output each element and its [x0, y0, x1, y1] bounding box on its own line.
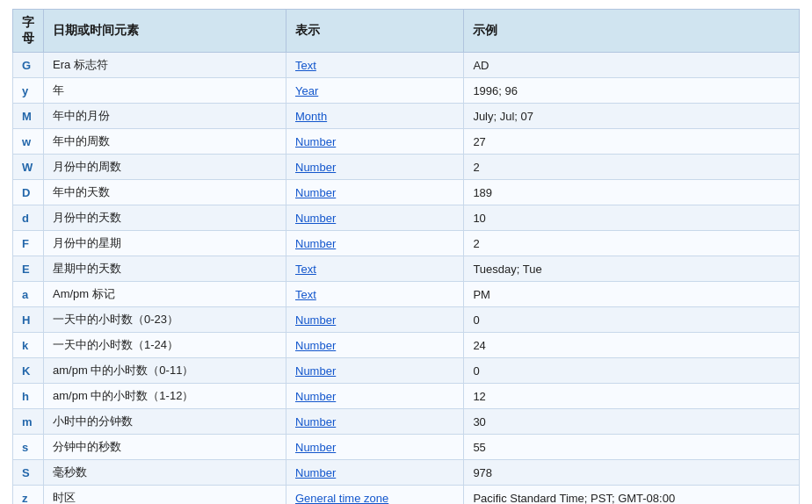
- table-container: 字母 日期或时间元素 表示 示例 GEra 标志符TextADy年Year199…: [0, 0, 812, 504]
- cell-repr[interactable]: Number: [286, 384, 464, 409]
- repr-link[interactable]: Number: [295, 466, 336, 479]
- cell-example: 55: [464, 435, 800, 460]
- cell-example: Pacific Standard Time; PST; GMT-08:00: [464, 486, 800, 505]
- cell-desc: 月份中的星期: [44, 231, 286, 256]
- repr-link[interactable]: Year: [295, 84, 318, 97]
- repr-link[interactable]: Number: [295, 237, 336, 250]
- cell-desc: 月份中的周数: [44, 155, 286, 180]
- cell-letter: w: [13, 129, 44, 155]
- cell-example: Tuesday; Tue: [464, 256, 800, 282]
- cell-repr[interactable]: Number: [286, 333, 464, 358]
- cell-desc: 月份中的天数: [44, 205, 286, 231]
- cell-letter: h: [13, 384, 44, 409]
- cell-example: 10: [464, 205, 800, 231]
- cell-repr[interactable]: Number: [286, 460, 464, 486]
- table-row: GEra 标志符TextAD: [13, 53, 800, 78]
- cell-letter: M: [13, 104, 44, 129]
- repr-link[interactable]: Month: [295, 110, 327, 123]
- repr-link[interactable]: Number: [295, 364, 336, 378]
- cell-example: 189: [464, 180, 800, 205]
- cell-example: 27: [464, 129, 800, 155]
- cell-desc: Era 标志符: [44, 53, 286, 78]
- table-row: D年中的天数Number189: [13, 180, 800, 205]
- cell-example: 0: [464, 307, 800, 333]
- repr-link[interactable]: Text: [295, 288, 316, 301]
- cell-desc: Am/pm 标记: [44, 282, 286, 307]
- table-row: E星期中的天数TextTuesday; Tue: [13, 256, 800, 282]
- cell-repr[interactable]: Number: [286, 409, 464, 435]
- table-row: d月份中的天数Number10: [13, 205, 800, 231]
- col-header-repr: 表示: [286, 10, 464, 53]
- cell-example: 2: [464, 155, 800, 180]
- table-row: H一天中的小时数（0-23）Number0: [13, 307, 800, 333]
- cell-example: 0: [464, 358, 800, 384]
- cell-desc: 一天中的小时数（1-24）: [44, 333, 286, 358]
- table-row: m小时中的分钟数Number30: [13, 409, 800, 435]
- table-header-row: 字母 日期或时间元素 表示 示例: [13, 10, 800, 53]
- table-row: w年中的周数Number27: [13, 129, 800, 155]
- col-header-letter: 字母: [13, 10, 44, 53]
- cell-desc: 星期中的天数: [44, 256, 286, 282]
- cell-letter: S: [13, 460, 44, 486]
- repr-link[interactable]: Number: [295, 161, 336, 174]
- table-row: ham/pm 中的小时数（1-12）Number12: [13, 384, 800, 409]
- table-row: W月份中的周数Number2: [13, 155, 800, 180]
- cell-letter: z: [13, 486, 44, 505]
- repr-link[interactable]: Number: [295, 186, 336, 199]
- cell-desc: am/pm 中的小时数（0-11）: [44, 358, 286, 384]
- cell-repr[interactable]: Number: [286, 435, 464, 460]
- cell-repr[interactable]: Year: [286, 78, 464, 104]
- cell-repr[interactable]: Text: [286, 53, 464, 78]
- cell-repr[interactable]: Number: [286, 129, 464, 155]
- table-row: Kam/pm 中的小时数（0-11）Number0: [13, 358, 800, 384]
- cell-repr[interactable]: Text: [286, 256, 464, 282]
- cell-example: 24: [464, 333, 800, 358]
- cell-repr[interactable]: Number: [286, 180, 464, 205]
- cell-desc: 一天中的小时数（0-23）: [44, 307, 286, 333]
- repr-link[interactable]: Text: [295, 59, 316, 72]
- cell-repr[interactable]: Text: [286, 282, 464, 307]
- cell-letter: m: [13, 409, 44, 435]
- cell-letter: H: [13, 307, 44, 333]
- cell-example: 2: [464, 231, 800, 256]
- cell-repr[interactable]: Number: [286, 205, 464, 231]
- repr-link[interactable]: Number: [295, 135, 336, 148]
- col-header-desc: 日期或时间元素: [44, 10, 286, 53]
- cell-letter: G: [13, 53, 44, 78]
- cell-letter: k: [13, 333, 44, 358]
- cell-example: 1996; 96: [464, 78, 800, 104]
- table-row: y年Year1996; 96: [13, 78, 800, 104]
- table-row: z时区General time zonePacific Standard Tim…: [13, 486, 800, 505]
- cell-example: PM: [464, 282, 800, 307]
- repr-link[interactable]: Number: [295, 212, 336, 225]
- repr-link[interactable]: Number: [295, 339, 336, 352]
- repr-link[interactable]: General time zone: [295, 492, 388, 505]
- cell-repr[interactable]: General time zone: [286, 486, 464, 505]
- repr-link[interactable]: Number: [295, 415, 336, 428]
- cell-repr[interactable]: Month: [286, 104, 464, 129]
- cell-repr[interactable]: Number: [286, 231, 464, 256]
- cell-letter: D: [13, 180, 44, 205]
- table-row: M年中的月份MonthJuly; Jul; 07: [13, 104, 800, 129]
- cell-example: AD: [464, 53, 800, 78]
- cell-example: 978: [464, 460, 800, 486]
- cell-repr[interactable]: Number: [286, 155, 464, 180]
- repr-link[interactable]: Number: [295, 390, 336, 403]
- cell-desc: 年中的月份: [44, 104, 286, 129]
- cell-example: July; Jul; 07: [464, 104, 800, 129]
- cell-letter: E: [13, 256, 44, 282]
- cell-letter: s: [13, 435, 44, 460]
- cell-repr[interactable]: Number: [286, 358, 464, 384]
- cell-repr[interactable]: Number: [286, 307, 464, 333]
- repr-link[interactable]: Number: [295, 313, 336, 327]
- cell-desc: 时区: [44, 486, 286, 505]
- repr-link[interactable]: Number: [295, 441, 336, 454]
- cell-letter: y: [13, 78, 44, 104]
- table-row: aAm/pm 标记TextPM: [13, 282, 800, 307]
- cell-desc: 分钟中的秒数: [44, 435, 286, 460]
- table-row: F月份中的星期Number2: [13, 231, 800, 256]
- col-header-example: 示例: [464, 10, 800, 53]
- cell-example: 12: [464, 384, 800, 409]
- repr-link[interactable]: Text: [295, 263, 316, 276]
- cell-desc: 毫秒数: [44, 460, 286, 486]
